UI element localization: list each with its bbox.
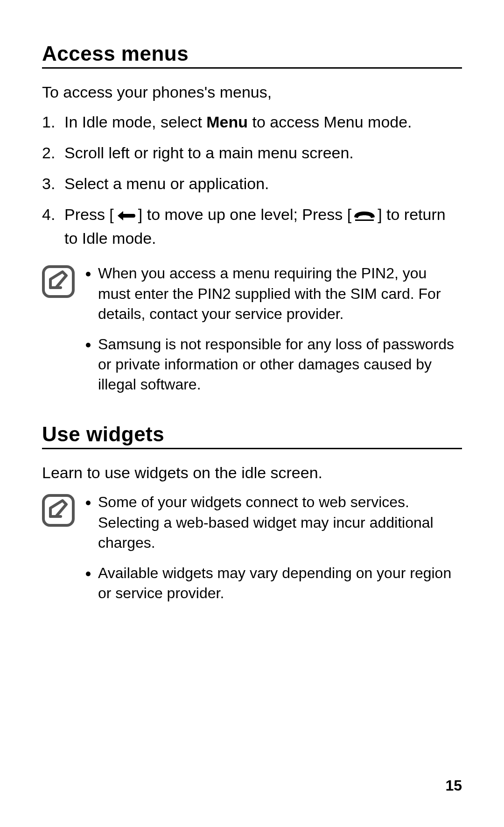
step-1-text-pre: In Idle mode, select (64, 113, 206, 131)
svg-rect-1 (43, 267, 73, 297)
back-key-icon (115, 207, 137, 228)
step-4: Press [ ] to move up one level; Press [ … (42, 204, 462, 250)
note-list-1: When you access a menu requiring the PIN… (85, 263, 462, 395)
step-1: In Idle mode, select Menu to access Menu… (42, 112, 462, 133)
note-1-item-1: When you access a menu requiring the PIN… (98, 263, 462, 324)
note-2-item-2: Available widgets may vary depending on … (98, 563, 462, 603)
intro-access-menus: To access your phones's menus, (42, 82, 462, 103)
note-icon (42, 265, 75, 300)
step-4-text-b: ] to move up one level; Press [ (138, 205, 351, 223)
note-list-2: Some of your widgets connect to web serv… (85, 492, 462, 603)
heading-use-widgets: Use widgets (42, 423, 462, 449)
note-icon (42, 494, 75, 529)
document-page: Access menus To access your phones's men… (0, 0, 504, 827)
page-number: 15 (445, 777, 462, 794)
note-2-item-1: Some of your widgets connect to web serv… (98, 492, 462, 553)
step-3: Select a menu or application. (42, 173, 462, 195)
heading-access-menus: Access menus (42, 42, 462, 69)
note-block-2: Some of your widgets connect to web serv… (42, 492, 462, 603)
step-2: Scroll left or right to a main menu scre… (42, 142, 462, 164)
svg-rect-0 (355, 219, 374, 221)
step-1-text-post: to access Menu mode. (248, 113, 412, 131)
step-4-text-a: Press [ (64, 205, 114, 223)
note-1-item-2: Samsung is not responsible for any loss … (98, 334, 462, 395)
note-block-1: When you access a menu requiring the PIN… (42, 263, 462, 395)
svg-rect-3 (43, 495, 73, 525)
steps-list: In Idle mode, select Menu to access Menu… (42, 112, 462, 249)
intro-use-widgets: Learn to use widgets on the idle screen. (42, 462, 462, 484)
step-1-bold: Menu (206, 113, 248, 131)
end-call-key-icon (352, 207, 377, 228)
